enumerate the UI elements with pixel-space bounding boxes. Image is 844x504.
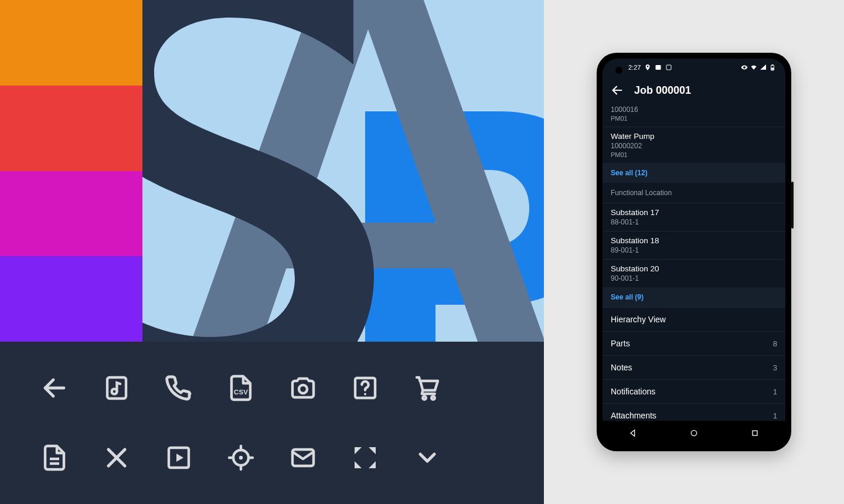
row-link-label: Parts [611, 339, 630, 348]
nav-back-icon[interactable] [628, 428, 638, 438]
play-box-icon [165, 444, 193, 472]
svg-rect-30 [772, 65, 773, 66]
page-title: Job 000001 [634, 84, 691, 97]
svg-point-8 [423, 396, 426, 400]
app-icon [665, 64, 672, 71]
image-icon [655, 64, 662, 71]
location-icon [644, 64, 651, 71]
row-link[interactable]: Hierarchy View [603, 307, 785, 331]
close-icon [103, 444, 131, 472]
item-name: Substation 17 [611, 208, 777, 217]
item-name: Water Pump [611, 132, 777, 141]
chevron-down-icon [413, 444, 441, 472]
battery-icon [769, 64, 776, 71]
music-file-icon [103, 374, 131, 402]
row-link-label: Attachments [611, 411, 656, 420]
status-bar: 2:27 [603, 59, 785, 76]
list-item[interactable]: Substation 20 90-001-1 [603, 260, 785, 287]
svg-rect-28 [666, 65, 671, 70]
cart-icon [413, 374, 441, 402]
document-icon [40, 444, 69, 472]
row-link[interactable]: Notifications 1 [603, 379, 785, 403]
item-name: Substation 20 [611, 264, 777, 273]
svg-marker-33 [631, 430, 635, 437]
sap-logo-area [142, 0, 544, 342]
section-functional-location: Functional Location [603, 183, 785, 203]
list-item[interactable]: Substation 18 89-001-1 [603, 231, 785, 259]
item-id: 90-001-1 [611, 274, 777, 282]
svg-rect-35 [753, 431, 757, 435]
item-code: PM01 [611, 151, 777, 158]
row-link-label: Notifications [611, 387, 655, 396]
svg-marker-23 [355, 447, 362, 454]
camera-hole [615, 67, 622, 74]
svg-point-9 [431, 396, 435, 400]
swatch-magenta [0, 171, 142, 257]
row-link-count: 1 [773, 387, 777, 396]
eye-icon [741, 64, 748, 71]
item-id: 10000202 [611, 142, 777, 150]
item-name: Substation 18 [611, 236, 777, 245]
row-link-count: 1 [773, 411, 777, 420]
row-link-label: Hierarchy View [611, 315, 666, 324]
svg-point-7 [364, 393, 366, 396]
svg-rect-27 [656, 65, 661, 70]
phone-frame: 2:27 Job 000001 1000016 [597, 53, 791, 451]
row-link[interactable]: Notes 3 [603, 355, 785, 379]
svg-marker-24 [369, 447, 376, 454]
swatch-red [0, 86, 142, 171]
svg-marker-15 [176, 454, 183, 462]
svg-point-5 [299, 385, 307, 393]
row-link-count: 8 [773, 339, 777, 348]
sap-logo [142, 0, 544, 342]
arrow-left-icon [40, 374, 69, 402]
item-id: 1000016 [611, 105, 777, 114]
color-swatches [0, 0, 142, 342]
icon-grid: CSV [0, 342, 544, 504]
row-link[interactable]: Parts 8 [603, 331, 785, 355]
app-bar: Job 000001 [603, 76, 785, 104]
svg-point-34 [691, 430, 696, 435]
svg-marker-26 [369, 461, 376, 468]
item-id: 89-001-1 [611, 246, 777, 254]
mail-icon [289, 444, 317, 472]
item-code: PM01 [611, 115, 777, 122]
list-item[interactable]: Substation 17 88-001-1 [603, 203, 785, 231]
see-all-equipment[interactable]: See all (12) [603, 163, 785, 183]
svg-text:CSV: CSV [234, 388, 248, 396]
see-all-func-loc[interactable]: See all (9) [603, 287, 785, 307]
swatch-purple [0, 256, 142, 342]
phone-icon [165, 374, 193, 402]
camera-icon [289, 374, 317, 402]
row-link[interactable]: Attachments 1 [603, 403, 785, 421]
swatch-orange [0, 0, 142, 86]
svg-marker-25 [355, 461, 362, 468]
android-navbar [603, 421, 785, 445]
svg-point-17 [239, 456, 243, 459]
wifi-icon [750, 64, 757, 71]
row-link-count: 3 [773, 363, 777, 372]
status-time: 2:27 [628, 64, 641, 71]
content-scroll[interactable]: 1000016 PM01 Water Pump 10000202 PM01 Se… [603, 104, 785, 421]
help-box-icon [351, 374, 379, 402]
nav-recent-icon[interactable] [750, 428, 760, 438]
list-item[interactable]: Water Pump 10000202 PM01 [603, 127, 785, 163]
list-item[interactable]: 1000016 PM01 [603, 105, 785, 127]
svg-rect-31 [771, 68, 774, 70]
back-icon[interactable] [611, 84, 624, 97]
signal-icon [760, 64, 767, 71]
fullscreen-icon [351, 444, 379, 472]
csv-file-icon: CSV [227, 374, 255, 402]
phone-screen: 2:27 Job 000001 1000016 [603, 59, 785, 445]
design-panel: CSV [0, 0, 544, 504]
locate-icon [227, 444, 255, 472]
item-id: 88-001-1 [611, 218, 777, 226]
phone-mockup-area: 2:27 Job 000001 1000016 [544, 0, 844, 504]
hero [0, 0, 544, 342]
nav-home-icon[interactable] [689, 428, 699, 438]
row-link-label: Notes [611, 363, 632, 372]
